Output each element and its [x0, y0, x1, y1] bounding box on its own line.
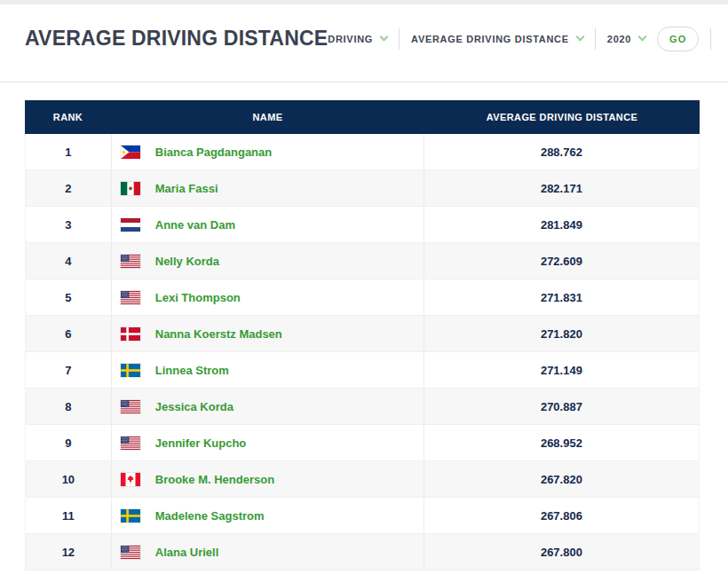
page-header: AVERAGE DRIVING DISTANCE DRIVING AVERAGE…	[0, 4, 728, 83]
flag-den-icon	[121, 327, 140, 341]
name-cell: Jennifer Kupcho	[112, 425, 424, 460]
name-cell: Madelene Sagstrom	[112, 498, 424, 533]
value-cell: 271.831	[424, 279, 699, 315]
player-name-link[interactable]: Nelly Korda	[155, 255, 219, 268]
name-cell: Lexi Thompson	[112, 279, 424, 315]
player-name-link[interactable]: Anne van Dam	[155, 218, 235, 232]
value-cell: 272.609	[424, 243, 699, 279]
table-row: 10 Brooke M. Henderson 267.820	[25, 461, 700, 498]
player-name-link[interactable]: Maria Fassi	[155, 182, 218, 195]
table-row: 11 Madelene Sagstrom 267.806	[25, 498, 700, 534]
name-cell: Linnea Strom	[112, 352, 424, 388]
table-row: 2 Maria Fassi 282.171	[25, 170, 700, 207]
stat-dropdown-label: AVERAGE DRIVING DISTANCE	[411, 34, 569, 44]
rank-cell: 8	[26, 389, 112, 424]
rank-cell: 5	[26, 279, 112, 315]
table-row: 5 Lexi Thompson 271.831	[25, 279, 700, 316]
name-cell: Anne van Dam	[112, 207, 424, 242]
flag-swe-icon	[121, 509, 140, 523]
name-cell: Alana Uriell	[112, 534, 424, 570]
rank-cell: 6	[26, 316, 112, 351]
player-name-link[interactable]: Brooke M. Henderson	[155, 473, 274, 486]
toolbar-divider	[710, 28, 711, 50]
rank-cell: 1	[26, 134, 112, 169]
rank-cell: 3	[26, 207, 112, 242]
chevron-down-icon	[380, 32, 389, 41]
table-row: 1 Bianca Pagdanganan 288.762	[25, 134, 700, 170]
flag-usa-icon	[121, 291, 140, 304]
flag-usa-icon	[121, 400, 140, 413]
category-dropdown-label: DRIVING	[328, 34, 373, 44]
flag-usa-icon	[121, 546, 140, 559]
flag-mex-icon	[121, 182, 140, 195]
rank-cell: 12	[26, 534, 112, 570]
stats-filter-toolbar: DRIVING AVERAGE DRIVING DISTANCE 2020 GO	[328, 27, 711, 51]
flag-swe-icon	[121, 364, 140, 377]
name-cell: Nelly Korda	[112, 243, 424, 279]
rank-cell: 11	[26, 498, 112, 533]
flag-ned-icon	[121, 218, 140, 232]
flag-usa-icon	[121, 436, 140, 450]
name-cell: Maria Fassi	[112, 170, 424, 206]
go-button[interactable]: GO	[657, 27, 699, 51]
chevron-down-icon	[575, 32, 584, 41]
page-title: AVERAGE DRIVING DISTANCE	[25, 27, 328, 51]
column-header-value: AVERAGE DRIVING DISTANCE	[424, 112, 700, 122]
table-row: 9 Jennifer Kupcho 268.952	[25, 425, 700, 461]
name-cell: Nanna Koerstz Madsen	[112, 316, 424, 351]
table-body: 1 Bianca Pagdanganan 288.762 2 Maria Fas…	[25, 134, 700, 570]
toolbar-divider	[399, 28, 400, 50]
name-cell: Brooke M. Henderson	[112, 461, 424, 497]
name-cell: Jessica Korda	[112, 389, 424, 424]
column-header-name: NAME	[111, 112, 424, 122]
table-row: 3 Anne van Dam 281.849	[25, 207, 700, 243]
player-name-link[interactable]: Jessica Korda	[155, 400, 233, 413]
value-cell: 267.800	[424, 534, 699, 570]
chevron-down-icon	[638, 32, 647, 41]
value-cell: 271.820	[424, 316, 699, 351]
rank-cell: 4	[26, 243, 112, 279]
stats-table: RANK NAME AVERAGE DRIVING DISTANCE 1 Bia…	[25, 100, 700, 570]
player-name-link[interactable]: Alana Uriell	[155, 546, 219, 559]
player-name-link[interactable]: Nanna Koerstz Madsen	[155, 327, 282, 341]
value-cell: 268.952	[424, 425, 699, 460]
table-row: 8 Jessica Korda 270.887	[25, 389, 700, 425]
year-dropdown[interactable]: 2020	[607, 34, 645, 44]
player-name-link[interactable]: Linnea Strom	[155, 364, 229, 377]
player-name-link[interactable]: Jennifer Kupcho	[155, 436, 247, 450]
table-row: 4 Nelly Korda 272.609	[25, 243, 700, 279]
rank-cell: 10	[26, 461, 112, 497]
value-cell: 288.762	[424, 134, 699, 169]
toolbar-divider	[595, 28, 596, 50]
table-header-row: RANK NAME AVERAGE DRIVING DISTANCE	[25, 100, 700, 134]
flag-phi-icon	[121, 145, 140, 159]
rank-cell: 9	[26, 425, 112, 460]
table-row: 12 Alana Uriell 267.800	[25, 534, 700, 570]
value-cell: 270.887	[424, 389, 699, 424]
value-cell: 282.171	[424, 170, 699, 206]
table-row: 6 Nanna Koerstz Madsen 271.820	[25, 316, 700, 352]
rank-cell: 2	[26, 170, 112, 206]
value-cell: 267.820	[424, 461, 699, 497]
player-name-link[interactable]: Madelene Sagstrom	[155, 509, 265, 523]
player-name-link[interactable]: Bianca Pagdanganan	[155, 145, 272, 159]
flag-can-icon	[121, 473, 140, 486]
category-dropdown[interactable]: DRIVING	[328, 34, 387, 44]
rank-cell: 7	[26, 352, 112, 388]
value-cell: 267.806	[424, 498, 699, 533]
column-header-rank: RANK	[25, 112, 111, 122]
name-cell: Bianca Pagdanganan	[112, 134, 424, 169]
stat-dropdown[interactable]: AVERAGE DRIVING DISTANCE	[411, 34, 583, 44]
flag-usa-icon	[121, 255, 140, 268]
value-cell: 271.149	[424, 352, 699, 388]
value-cell: 281.849	[424, 207, 699, 242]
player-name-link[interactable]: Lexi Thompson	[155, 291, 241, 304]
table-row: 7 Linnea Strom 271.149	[25, 352, 700, 389]
year-dropdown-label: 2020	[607, 34, 631, 44]
